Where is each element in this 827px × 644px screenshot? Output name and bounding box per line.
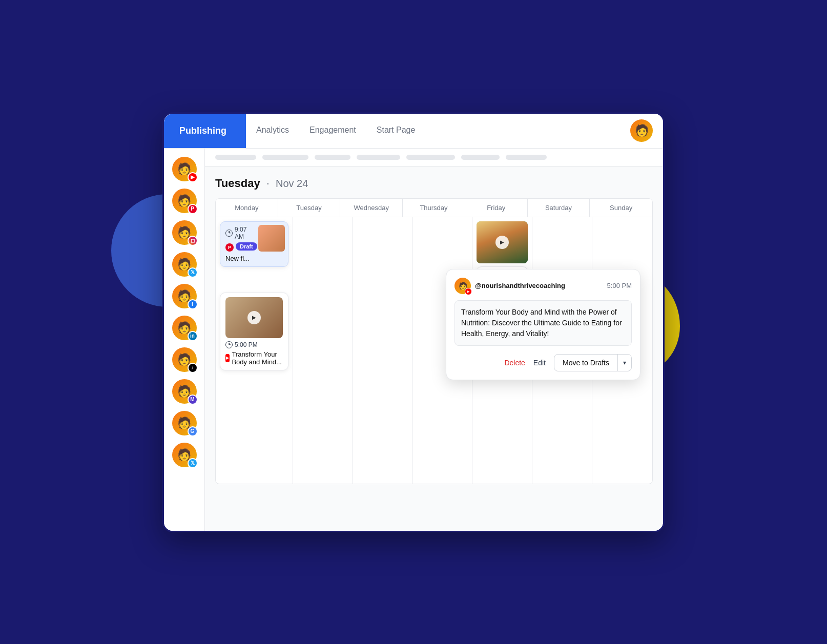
sidebar-item-tiktok[interactable]: 🧑 ♪	[172, 347, 197, 372]
badge-instagram: ◻	[188, 236, 198, 246]
badge-google: G	[188, 426, 198, 437]
day-label-saturday: Saturday	[528, 199, 590, 217]
card-monday-video[interactable]: ▶ 5:00 PM ▶ Transform Your Body and Mind…	[220, 293, 288, 370]
filter-bar	[205, 149, 663, 167]
analytics-tab-label: Analytics	[256, 126, 289, 135]
nav-tabs: Analytics Engagement Start Page	[246, 114, 630, 148]
badge-tiktok: ♪	[188, 363, 198, 373]
popup-header: 🧑 ▶ @nourishandthrivecoaching 5:00 PM	[454, 278, 632, 294]
sidebar-item-twitter[interactable]: 🧑 𝕏	[172, 252, 197, 277]
card-monday-thumb	[258, 225, 285, 252]
badge-mastodon: M	[188, 394, 198, 405]
sidebar-item-google[interactable]: 🧑 G	[172, 411, 197, 435]
popup-username: @nourishandthrivecoaching	[475, 282, 565, 289]
monday-video-thumb: ▶	[225, 297, 283, 338]
tab-analytics[interactable]: Analytics	[256, 114, 289, 148]
badge-youtube: ▶	[188, 172, 198, 182]
monday-video-title: Transform Your Body and Mind...	[232, 350, 282, 366]
monday-play-button[interactable]: ▶	[247, 311, 261, 324]
col-wednesday	[353, 217, 413, 484]
sidebar-item-youtube[interactable]: 🧑 ▶	[172, 157, 197, 181]
day-label-wednesday: Wednesday	[340, 199, 403, 217]
sidebar-item-linkedin[interactable]: 🧑 in	[172, 316, 197, 340]
popup-body-text: Transform Your Body and Mind with the Po…	[461, 308, 622, 338]
col-tuesday	[293, 217, 353, 484]
card-monday-platform: ▶ Transform Your Body and Mind...	[225, 350, 283, 366]
move-to-drafts-arrow[interactable]: ▾	[618, 355, 631, 370]
card-5pm-label: 5:00 PM	[235, 341, 258, 348]
app-body: 🧑 ▶ 🧑 P 🧑 ◻ 🧑 𝕏	[164, 149, 663, 531]
app-window: Publishing Analytics Engagement Start Pa…	[162, 112, 665, 532]
calendar-area: Tuesday · Nov 24 Monday Tuesday Wednesda…	[205, 167, 663, 531]
engagement-tab-label: Engagement	[309, 126, 356, 135]
card-monday-title: New fl...	[225, 255, 257, 262]
publishing-tab-label: Publishing	[179, 126, 226, 136]
card-time-907: 9:07 AM	[225, 226, 257, 240]
tab-start-page[interactable]: Start Page	[377, 114, 416, 148]
move-to-drafts-label: Move to Drafts	[554, 355, 618, 371]
friday-play-button[interactable]: ▶	[495, 236, 509, 249]
filter-pill-5[interactable]	[406, 155, 455, 160]
filter-pill-7[interactable]	[506, 155, 547, 160]
filter-pill-1[interactable]	[215, 155, 256, 160]
popup-time: 5:00 PM	[607, 282, 632, 289]
tab-engagement[interactable]: Engagement	[309, 114, 356, 148]
popup-actions: Delete Edit Move to Drafts ▾	[454, 354, 632, 371]
filter-pill-6[interactable]	[461, 155, 500, 160]
user-avatar[interactable]: 🧑	[630, 119, 653, 142]
popup-body: Transform Your Body and Mind with the Po…	[454, 300, 632, 346]
sidebar-item-facebook[interactable]: 🧑 f	[172, 284, 197, 308]
filter-pill-3[interactable]	[315, 155, 350, 160]
col-monday: 9:07 AM P Draft New fl...	[216, 217, 293, 484]
day-label-sunday: Sunday	[590, 199, 652, 217]
popup-avatar: 🧑 ▶	[454, 278, 471, 294]
popup-yt-badge: ▶	[465, 288, 472, 295]
week-header: Monday Tuesday Wednesday Thursday Friday…	[216, 199, 652, 217]
badge-linkedin: in	[188, 331, 198, 341]
clock-icon-2	[225, 341, 233, 348]
sidebar: 🧑 ▶ 🧑 P 🧑 ◻ 🧑 𝕏	[164, 149, 205, 531]
draft-badge: Draft	[236, 242, 257, 251]
filter-pill-4[interactable]	[357, 155, 400, 160]
calendar-dot: ·	[266, 177, 270, 190]
card-monday-draft[interactable]: 9:07 AM P Draft New fl...	[220, 221, 288, 267]
youtube-icon-2: ▶	[225, 354, 230, 362]
edit-button[interactable]: Edit	[533, 359, 546, 367]
badge-twitter2: 𝕏	[188, 458, 198, 468]
filter-pill-2[interactable]	[262, 155, 308, 160]
calendar-monthday: Nov 24	[276, 178, 308, 189]
outer-frame: Publishing Analytics Engagement Start Pa…	[132, 92, 695, 553]
friday-video-thumb: ▶	[477, 221, 528, 263]
tab-publishing[interactable]: Publishing	[164, 114, 246, 148]
clock-icon	[225, 230, 233, 237]
start-page-tab-label: Start Page	[377, 126, 416, 135]
day-label-thursday: Thursday	[403, 199, 465, 217]
sidebar-item-mastodon[interactable]: 🧑 M	[172, 379, 197, 404]
top-nav: Publishing Analytics Engagement Start Pa…	[164, 114, 663, 149]
sidebar-item-instagram[interactable]: 🧑 ◻	[172, 220, 197, 245]
popup-card: 🧑 ▶ @nourishandthrivecoaching 5:00 PM Tr…	[446, 269, 640, 380]
calendar-weekday: Tuesday	[215, 177, 260, 190]
day-label-monday: Monday	[216, 199, 278, 217]
delete-button[interactable]: Delete	[504, 359, 525, 367]
pinterest-icon: P	[225, 243, 234, 252]
day-label-friday: Friday	[465, 199, 528, 217]
move-to-drafts-button[interactable]: Move to Drafts ▾	[554, 354, 632, 371]
sidebar-item-pinterest[interactable]: 🧑 P	[172, 189, 197, 213]
sidebar-item-twitter2[interactable]: 🧑 𝕏	[172, 443, 197, 467]
badge-pinterest: P	[188, 204, 198, 214]
date-header: Tuesday · Nov 24	[215, 177, 653, 190]
badge-facebook: f	[188, 299, 198, 309]
main-content: Tuesday · Nov 24 Monday Tuesday Wednesda…	[205, 149, 663, 531]
card-time-label: 9:07 AM	[235, 226, 257, 240]
badge-twitter: 𝕏	[188, 267, 198, 278]
card-time-500pm-monday: 5:00 PM	[225, 341, 283, 348]
day-label-tuesday: Tuesday	[278, 199, 341, 217]
popup-user: 🧑 ▶ @nourishandthrivecoaching	[454, 278, 565, 294]
